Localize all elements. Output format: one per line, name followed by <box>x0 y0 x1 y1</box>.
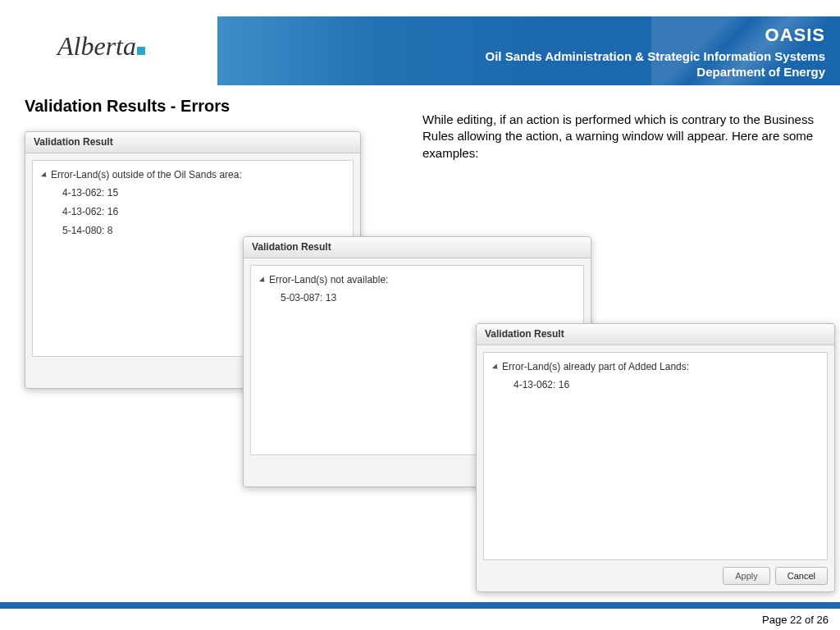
error-heading: Error-Land(s) outside of the Oil Sands a… <box>51 169 242 180</box>
page-title: Validation Results - Errors <box>25 97 230 116</box>
land-item: 5-03-087: 13 <box>281 289 573 308</box>
header-subtitle-1: Oil Sands Administration & Strategic Inf… <box>217 49 825 63</box>
error-heading: Error-Land(s) already part of Added Land… <box>502 361 689 372</box>
land-list: 4-13-062: 16 <box>514 376 817 395</box>
dialog-body: Error-Land(s) already part of Added Land… <box>483 352 828 560</box>
dialog-title: Validation Result <box>244 237 591 258</box>
header-subtitle-2: Department of Energy <box>217 65 825 79</box>
land-item: 4-13-062: 15 <box>62 184 343 203</box>
dialog-buttons: Apply Cancel <box>477 567 834 591</box>
apply-button[interactable]: Apply <box>723 567 770 585</box>
validation-dialog-3: Validation Result Error-Land(s) already … <box>476 323 835 592</box>
logo-text: Alberta <box>57 31 136 61</box>
page-description: While editing, if an action is performed… <box>422 112 829 162</box>
expand-icon[interactable] <box>41 171 48 179</box>
land-item: 4-13-062: 16 <box>62 203 343 221</box>
land-list: 5-03-087: 13 <box>281 289 573 308</box>
land-list: 4-13-062: 15 4-13-062: 16 5-14-080: 8 <box>62 184 343 240</box>
dialog-title: Validation Result <box>477 324 834 345</box>
expand-icon[interactable] <box>492 363 500 371</box>
footer-bar <box>0 602 840 609</box>
land-item: 4-13-062: 16 <box>514 376 817 395</box>
alberta-logo: Alberta <box>57 31 145 62</box>
header-title: OASIS <box>217 25 825 46</box>
header: Alberta OASIS Oil Sands Administration &… <box>0 0 840 86</box>
cancel-button[interactable]: Cancel <box>775 567 828 585</box>
header-banner: OASIS Oil Sands Administration & Strateg… <box>217 16 840 85</box>
dialog-title: Validation Result <box>25 132 360 153</box>
page-number: Page 22 of 26 <box>762 614 829 626</box>
error-heading: Error-Land(s) not available: <box>269 274 388 285</box>
logo-dot-icon <box>137 47 145 55</box>
expand-icon[interactable] <box>259 276 267 284</box>
